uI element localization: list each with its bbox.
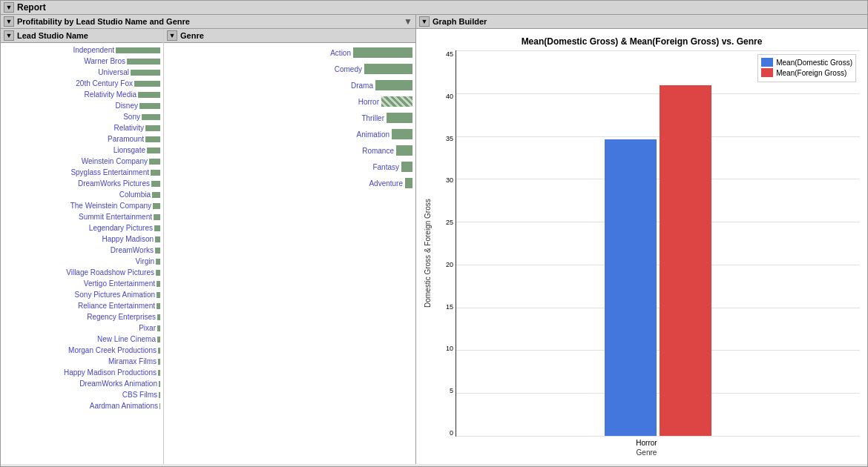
list-item[interactable]: Spyglass Entertainment — [1, 167, 163, 178]
report-title: Report — [17, 2, 46, 13]
studio-name: Spyglass Entertainment — [70, 168, 149, 176]
studio-name: Independent — [73, 46, 114, 54]
genre-name: Action — [306, 49, 351, 57]
studio-name: Summit Entertainment — [79, 213, 152, 221]
list-item[interactable]: Action — [164, 44, 415, 61]
list-item[interactable]: The Weinstein Company — [1, 200, 163, 211]
studio-column: ▼ Lead Studio Name Independent Warner Br… — [1, 29, 164, 464]
list-item[interactable]: Morgan Creek Productions — [1, 345, 163, 356]
list-item[interactable]: Virgin — [1, 256, 163, 267]
panel-body: ▼ Lead Studio Name Independent Warner Br… — [1, 29, 415, 464]
list-item[interactable]: Thriller — [164, 110, 415, 126]
list-item[interactable]: Columbia — [1, 189, 163, 200]
studio-name: Warner Bros — [84, 57, 125, 65]
list-item[interactable]: 20th Century Fox — [1, 78, 163, 89]
y-axis-tick: 40 — [446, 93, 453, 100]
genre-bar — [381, 96, 412, 107]
list-item[interactable]: Fantasy — [164, 159, 415, 175]
y-axis-tick: 20 — [446, 261, 453, 268]
genre-name: Drama — [329, 82, 373, 90]
list-item[interactable]: Pixar — [1, 322, 163, 334]
studio-bar — [156, 259, 160, 265]
legend-foreign: Mean(Foreign Gross) — [761, 68, 852, 77]
genre-col-header: ▼ Genre — [164, 29, 415, 43]
studio-bar — [156, 270, 160, 276]
genre-bar — [364, 64, 412, 74]
y-axis-tick: 5 — [450, 387, 453, 394]
studio-name: Virgin — [136, 257, 154, 265]
list-item[interactable]: Weinstein Company — [1, 156, 163, 167]
list-item[interactable]: Comedy — [164, 61, 415, 77]
y-axis-tick: 10 — [446, 345, 453, 352]
list-item[interactable]: Warner Bros — [1, 56, 163, 67]
studio-name: Pixar — [139, 324, 156, 332]
studio-name: CBS Films — [122, 391, 157, 399]
genre-bar — [375, 80, 412, 90]
studio-name: 20th Century Fox — [76, 79, 133, 87]
list-item[interactable]: Adventure — [164, 175, 415, 191]
list-item[interactable]: Independent — [1, 44, 163, 56]
genre-bar — [401, 162, 412, 172]
legend-domestic: Mean(Domestic Gross) — [761, 58, 852, 67]
list-item[interactable]: Paramount — [1, 133, 163, 145]
graph-collapse-icon[interactable]: ▼ — [419, 16, 430, 27]
list-item[interactable]: Animation — [164, 126, 415, 142]
list-item[interactable]: Relativity — [1, 122, 163, 133]
list-item[interactable]: Summit Entertainment — [1, 211, 163, 222]
x-axis-labels: Horror Genre — [433, 437, 860, 457]
bars-container — [456, 50, 860, 436]
studio-col-collapse[interactable]: ▼ — [4, 30, 14, 41]
genre-col-collapse[interactable]: ▼ — [167, 30, 177, 41]
section-collapse-icon[interactable]: ▼ — [4, 16, 14, 27]
list-item[interactable]: Disney — [1, 100, 163, 111]
list-item[interactable]: Happy Madison — [1, 234, 163, 245]
list-item[interactable]: Romance — [164, 142, 415, 159]
list-item[interactable]: Village Roadshow Pictures — [1, 267, 163, 278]
list-item[interactable]: Sony Pictures Animation — [1, 289, 163, 300]
studio-col-title: Lead Studio Name — [17, 31, 88, 40]
studio-name: Happy Madison — [102, 235, 154, 243]
studio-bar — [157, 337, 160, 342]
list-item[interactable]: Regency Enterprises — [1, 311, 163, 322]
studio-bar — [151, 170, 160, 176]
list-item[interactable]: Reliance Entertainment — [1, 300, 163, 311]
studio-name: DreamWorks Animation — [79, 380, 157, 388]
filter-icon[interactable]: ▼ — [404, 16, 412, 27]
list-item[interactable]: Miramax Films — [1, 356, 163, 367]
report-collapse-icon[interactable]: ▼ — [4, 2, 14, 13]
studio-bar — [157, 314, 160, 320]
studio-bar — [149, 159, 160, 165]
studio-bar — [158, 359, 160, 365]
studio-name: Vertigo Entertainment — [84, 279, 155, 288]
list-item[interactable]: Universal — [1, 67, 163, 78]
studio-bar — [159, 381, 160, 387]
list-item[interactable]: Vertigo Entertainment — [1, 278, 163, 289]
list-item[interactable]: CBS Films — [1, 389, 163, 400]
studio-bar — [145, 136, 160, 142]
studio-bar — [157, 325, 160, 331]
studio-name: Relativity Media — [84, 90, 137, 99]
studio-bar — [154, 214, 160, 220]
list-item[interactable]: Aardman Animations — [1, 400, 163, 411]
studio-bar — [152, 192, 160, 198]
genre-bar — [396, 145, 412, 156]
list-item[interactable]: Happy Madison Productions — [1, 367, 163, 378]
list-item[interactable]: DreamWorks Animation — [1, 378, 163, 389]
genre-list: Action Comedy Drama Horror Thriller Anim… — [164, 43, 415, 464]
list-item[interactable]: Horror — [164, 93, 415, 110]
left-panel: ▼ Profitability by Lead Studio Name and … — [1, 15, 416, 464]
studio-name: Universal — [98, 68, 129, 76]
studio-bar — [155, 236, 160, 242]
y-axis-label: Domestic Gross & Foreign Gross — [424, 50, 432, 457]
list-item[interactable]: Relativity Media — [1, 89, 163, 100]
list-item[interactable]: New Line Cinema — [1, 334, 163, 345]
list-item[interactable]: Sony — [1, 111, 163, 122]
list-item[interactable]: DreamWorks Pictures — [1, 178, 163, 189]
y-axis-tick: 45 — [446, 50, 453, 58]
list-item[interactable]: Lionsgate — [1, 145, 163, 156]
list-item[interactable]: Drama — [164, 77, 415, 93]
list-item[interactable]: Legendary Pictures — [1, 222, 163, 234]
genre-name: Animation — [345, 130, 389, 139]
genre-name: Adventure — [358, 179, 403, 188]
list-item[interactable]: DreamWorks — [1, 245, 163, 256]
